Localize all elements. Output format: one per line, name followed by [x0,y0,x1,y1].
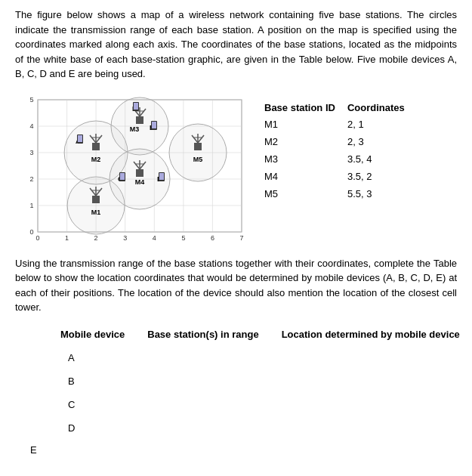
bs-id-cell: M1 [264,116,347,133]
mob-col-device: Mobile device [60,326,147,346]
svg-rect-58 [194,143,202,150]
network-map: .grid-line { stroke: #ccc; stroke-width:… [15,92,249,243]
mob-location-cell [282,393,472,416]
svg-text:2: 2 [29,175,33,183]
svg-text:3: 3 [29,149,33,156]
svg-text:6: 6 [211,234,214,242]
mobile-device-row: D [60,416,472,440]
mobile-device-row: A [60,346,472,369]
mobile-device-table: Mobile device Base station(s) in range L… [60,326,472,440]
svg-text:4: 4 [29,122,33,130]
svg-text:2: 2 [94,234,98,242]
mob-bs-cell [147,369,281,393]
bs-coords-cell: 5.5, 3 [347,185,417,202]
base-station-row: M22, 3 [264,133,417,150]
svg-rect-40 [92,143,100,150]
svg-text:M1: M1 [91,209,101,216]
svg-text:3: 3 [123,234,127,242]
svg-text:M3: M3 [130,125,140,133]
bs-id-cell: M4 [264,168,347,185]
bs-col-id: Base station ID [264,100,347,116]
svg-text:0: 0 [29,228,33,236]
e-label: E [30,444,37,456]
mob-bs-cell [147,416,281,440]
bs-coords-cell: 3.5, 4 [347,150,417,168]
svg-text:M2: M2 [91,156,101,163]
base-station-table: Base station ID Coordinates M12, 1M22, 3… [264,100,417,202]
svg-point-33 [169,124,227,181]
mobile-device-row: B [60,369,472,393]
mob-device-cell: C [60,393,147,416]
bs-id-cell: M2 [264,133,347,150]
second-paragraph: Using the transmission range of the base… [15,256,457,315]
svg-rect-78 [152,122,156,128]
bs-coords-cell: 2, 1 [347,116,417,133]
svg-text:5: 5 [29,96,33,104]
svg-rect-66 [78,135,82,142]
mob-device-cell: A [60,346,147,369]
svg-point-31 [111,97,168,155]
mob-device-cell: B [60,369,147,393]
svg-text:4: 4 [153,234,156,242]
mob-location-cell [282,369,472,393]
svg-text:1: 1 [29,202,33,209]
mobile-device-row: C [60,393,472,416]
svg-text:M4: M4 [135,178,145,186]
bs-id-cell: M3 [264,150,347,168]
base-station-table-container: Base station ID Coordinates M12, 1M22, 3… [264,92,457,246]
map-container: .grid-line { stroke: #ccc; stroke-width:… [15,92,249,246]
mob-location-cell [282,416,472,440]
content-area: .grid-line { stroke: #ccc; stroke-width:… [15,92,457,246]
svg-rect-34 [92,196,100,203]
base-station-row: M12, 1 [264,116,417,133]
svg-text:1: 1 [65,234,69,242]
svg-rect-69 [134,103,138,110]
svg-rect-46 [136,116,143,124]
bs-id-cell: M5 [264,185,347,202]
svg-text:7: 7 [239,234,243,242]
mob-bs-cell [147,346,281,369]
bs-coords-cell: 3.5, 2 [347,168,417,185]
bs-col-coords: Coordinates [347,100,417,116]
base-station-row: M55.5, 3 [264,185,417,202]
e-row: E [15,444,457,456]
svg-text:M5: M5 [193,156,203,163]
mob-bs-cell [147,393,281,416]
svg-rect-72 [120,173,125,180]
mob-col-location: Location determined by mobile device [282,326,472,346]
base-station-row: M33.5, 4 [264,150,417,168]
svg-rect-75 [159,173,164,180]
mob-location-cell [282,346,472,369]
mob-device-cell: D [60,416,147,440]
svg-rect-52 [136,169,143,177]
intro-paragraph: The figure below shows a map of a wirele… [15,8,457,82]
base-station-row: M43.5, 2 [264,168,417,185]
bs-coords-cell: 2, 3 [347,133,417,150]
svg-text:0: 0 [35,234,39,242]
mob-col-bs: Base station(s) in range [147,326,281,346]
svg-text:5: 5 [181,234,185,242]
